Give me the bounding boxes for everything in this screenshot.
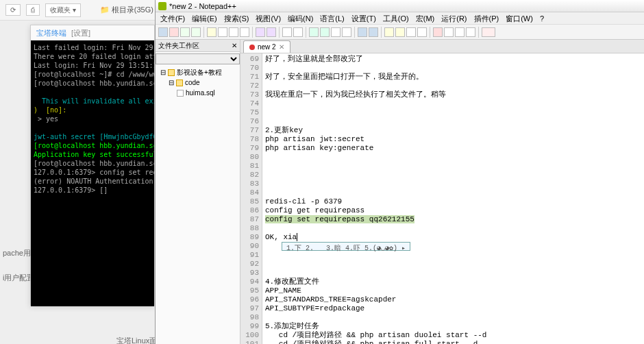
tree-node[interactable]: ⊟code [158,77,237,88]
func-list-icon[interactable] [406,27,416,37]
menu-item[interactable]: 插件(P) [472,12,501,24]
code-line: cd /项目绝对路径 && php artisan duolei start -… [265,331,641,340]
toolbar-sep [203,27,204,38]
stop-macro-icon[interactable] [444,27,454,37]
toolbar-sep [430,27,430,38]
terminal-line: (error) NOAUTH Authentication [34,177,151,186]
toolbar-sep [306,27,306,38]
play-macro-icon[interactable] [455,27,465,37]
menu-item[interactable]: 搜索(S) [222,12,251,24]
expand-icon[interactable]: ⊟ [169,77,174,88]
code-line: 5.添加定时任务 [265,322,641,331]
side-panel-close-icon[interactable]: ✕ [232,40,237,52]
terminal-titlebar[interactable]: 宝塔终端 [设置] [31,25,154,40]
tree-node[interactable]: ⊟影视设备+教程 [158,67,237,77]
side-panel-title: 文件夹工作区 [158,40,199,52]
unsaved-dot-icon [249,45,255,50]
npp-menubar: 文件(F)编辑(E)搜索(S)视图(V)编码(N)语言(L)设置(T)工具(O)… [156,12,644,25]
copy-icon[interactable] [229,27,238,37]
cut-icon[interactable] [218,27,227,37]
menu-item[interactable]: 语言(L) [318,12,346,24]
npp-toolbar [156,25,644,40]
expand-icon[interactable]: ⊟ [160,67,166,77]
menu-item[interactable]: 编码(N) [286,12,315,24]
print-icon[interactable] [207,27,216,37]
print-button[interactable]: ⎙ [26,4,40,16]
indent-icon[interactable] [358,27,367,37]
wrap-icon[interactable] [331,27,340,37]
find-icon[interactable] [282,27,292,37]
terminal-settings-link[interactable]: [设置] [71,29,90,37]
abc-icon[interactable] [482,27,495,37]
menu-item[interactable]: 设置(T) [349,12,378,24]
favorites-dropdown[interactable]: 收藏夹 ▾ [45,3,81,17]
toolbar-sep [252,27,253,38]
code-line [265,64,641,73]
menu-item[interactable]: 运行(R) [439,12,469,24]
terminal-body[interactable]: Last failed login: Fri Nov 29 There were… [31,40,154,306]
tree-label: 影视设备+教程 [177,67,222,77]
redo-icon[interactable] [267,27,276,37]
menu-item[interactable]: 文件(F) [158,12,187,24]
code-line: API_SUBTYPE=redpackage [265,304,641,313]
menu-item[interactable]: 编辑(E) [190,12,219,24]
tree-node[interactable]: huima.sql [158,88,237,98]
code-line [265,180,641,188]
toolbar-sep [354,27,355,38]
menu-item[interactable]: 窗口(W) [504,12,535,24]
menu-item[interactable]: ? [538,12,546,24]
doc-map-icon[interactable] [417,27,427,37]
code-line: APP_NAME [265,286,641,295]
record-macro-icon[interactable] [433,27,443,37]
code-line [265,82,641,90]
menu-item[interactable]: 宏(M) [414,12,437,24]
terminal-line: ) [no]: [34,106,151,114]
toolbar-sep [478,27,479,38]
code-line [265,99,641,108]
workspace-dropdown[interactable] [156,53,240,64]
code-content[interactable]: 好了，到这里就是全部改完了 对了，安全里面把端口打开一下，我是全开的。 我现在重… [262,53,644,344]
new-file-icon[interactable] [158,27,168,37]
uncomment-icon[interactable] [395,27,405,37]
folder-workspace-panel: 文件夹工作区 ✕ ⊟影视设备+教程⊟codehuima.sql [156,40,240,344]
replace-icon[interactable] [293,27,303,37]
line-gutter: 6970717273747576777879808182838485868788… [240,53,262,344]
zoom-in-icon[interactable] [309,27,319,37]
save-icon[interactable] [180,27,190,37]
root-dir-label[interactable]: 📁 根目录(35G) [100,5,153,15]
terminal-line: Last login: Fri Nov 29 13:51:1 [34,61,151,70]
terminal-line: This will invalidate all exis [34,97,151,106]
save-all-icon[interactable] [191,27,201,37]
outdent-icon[interactable] [369,27,378,37]
code-area[interactable]: 6970717273747576777879808182838485868788… [240,53,644,344]
open-file-icon[interactable] [169,27,179,37]
tab-close-icon[interactable]: ✕ [279,41,284,53]
tab-label: new 2 [258,41,276,53]
comment-icon[interactable] [384,27,394,37]
code-line: 对了，安全里面把端口打开一下，我是全开的。 [265,73,641,82]
undo-icon[interactable] [256,27,265,37]
menu-item[interactable]: 工具(O) [381,12,411,24]
terminal-line: jwt-auth secret [HmwjnbcGbydf6 [34,132,151,141]
paste-icon[interactable] [240,27,249,37]
bg-footer: 宝塔Linux面板 [116,336,159,344]
code-line [265,260,641,269]
tree-label: huima.sql [186,88,215,98]
code-line [265,162,641,171]
run-macro-icon[interactable] [466,27,475,37]
tab-new2[interactable]: new 2 ✕ [243,40,290,53]
terminal-line: There were 20 failed login att [34,52,151,61]
terminal-line: Last failed login: Fri Nov 29 [34,43,151,52]
zoom-out-icon[interactable] [320,27,330,37]
file-tree: ⊟影视设备+教程⊟codehuima.sql [156,66,240,99]
ime-candidate-box[interactable]: 1.下 2. 3.暗 4.吓 5.(◕◡◕✿) ▸ [282,242,410,251]
notepadpp-window: *new 2 - Notepad++ 文件(F)编辑(E)搜索(S)视图(V)编… [155,0,644,344]
toolbar-sep [381,27,382,38]
npp-title-text: *new 2 - Notepad++ [169,0,236,12]
show-all-icon[interactable] [342,27,351,37]
refresh-button[interactable]: ⟳ [5,4,21,16]
npp-titlebar[interactable]: *new 2 - Notepad++ [156,0,644,12]
menu-item[interactable]: 视图(V) [253,12,283,24]
code-line: config get requirepass [265,206,641,215]
terminal-line [34,88,151,97]
